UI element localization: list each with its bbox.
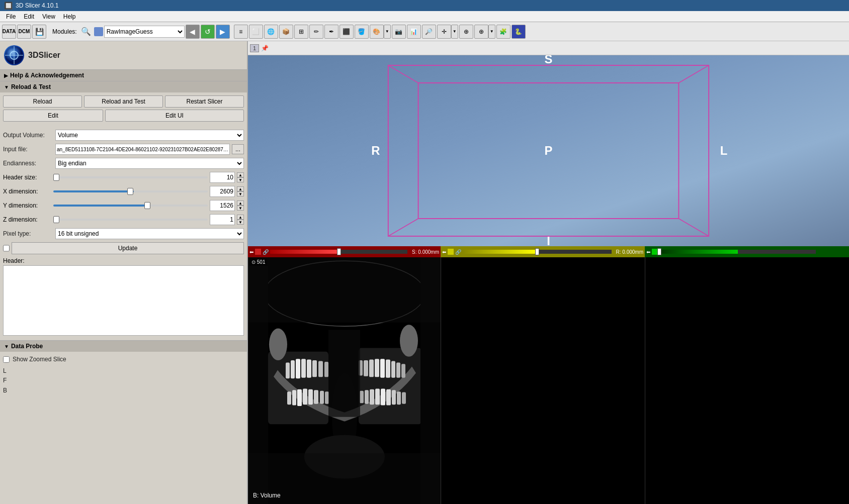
nav-left-btn[interactable]: ◀: [186, 25, 200, 39]
update-btn-row: Update: [3, 242, 244, 254]
x-dim-up[interactable]: ▲: [237, 186, 244, 191]
endianness-label: Endianness:: [3, 160, 53, 167]
x-dim-track[interactable]: [53, 190, 208, 192]
z-dim-down[interactable]: ▼: [237, 220, 244, 225]
browse-button[interactable]: ...: [232, 144, 244, 154]
header-size-input[interactable]: [210, 172, 235, 183]
slice-panels: ⊙ 501 1: [248, 257, 849, 504]
help-section-header[interactable]: ▶ Help & Acknowledgement: [0, 69, 247, 81]
view-bars-icon[interactable]: 📊: [407, 25, 421, 39]
z-dim-up[interactable]: ▲: [237, 215, 244, 220]
yellow-link-icon[interactable]: 🔗: [455, 249, 461, 255]
data-icon-btn[interactable]: DATA: [2, 25, 16, 39]
view-python-icon[interactable]: 🐍: [512, 25, 526, 39]
menu-file[interactable]: File: [2, 12, 20, 21]
view-box-icon[interactable]: 📦: [279, 25, 293, 39]
red-pin-icon[interactable]: ⬅: [249, 249, 253, 255]
view-ext2-dropdown[interactable]: ▼: [488, 25, 495, 39]
svg-text:I: I: [547, 234, 550, 246]
svg-rect-45: [314, 390, 318, 404]
nav-right-btn[interactable]: ▶: [216, 25, 230, 39]
x-dim-input[interactable]: [210, 186, 235, 197]
pixel-type-select[interactable]: 16 bit unsigned: [55, 228, 244, 239]
header-size-track[interactable]: [53, 176, 208, 178]
menu-view[interactable]: View: [38, 12, 59, 21]
y-dim-track[interactable]: [53, 205, 208, 207]
restart-slicer-button[interactable]: Restart Slicer: [165, 95, 244, 108]
red-color-swatch[interactable]: [255, 249, 261, 255]
x-dim-down[interactable]: ▼: [237, 191, 244, 196]
input-file-label: Input file:: [3, 146, 53, 153]
view-window-icon[interactable]: ⬛: [339, 25, 354, 39]
update-button[interactable]: Update: [12, 242, 244, 254]
yellow-pin-icon[interactable]: ⬅: [442, 249, 446, 255]
menu-help[interactable]: Help: [59, 12, 80, 21]
green-pin-icon[interactable]: ⬅: [646, 249, 650, 255]
view-grid-icon[interactable]: ⊞: [294, 25, 308, 39]
view-zoom-icon[interactable]: 🔎: [422, 25, 436, 39]
reload-test-section-header[interactable]: ▼ Reload & Test: [0, 81, 247, 92]
view-num[interactable]: 1: [250, 44, 259, 52]
svg-rect-34: [375, 359, 379, 377]
view-crosshair-icon[interactable]: ✛: [437, 25, 451, 39]
view-paint-icon[interactable]: 🪣: [355, 25, 369, 39]
module-search-icon[interactable]: 🔍: [80, 26, 92, 38]
header-size-down[interactable]: ▼: [237, 177, 244, 182]
output-volume-select[interactable]: Volume: [55, 130, 244, 141]
reload-and-test-button[interactable]: Reload and Test: [84, 95, 163, 108]
z-dim-track[interactable]: [53, 219, 208, 221]
3d-view[interactable]: S I R L P: [248, 55, 849, 246]
endianness-row: Endianness: Big endian: [3, 158, 244, 169]
y-dim-up[interactable]: ▲: [237, 200, 244, 206]
nav-reload-btn[interactable]: ↺: [201, 25, 215, 39]
header-size-up[interactable]: ▲: [237, 172, 244, 177]
show-zoomed-checkbox[interactable]: [3, 356, 10, 363]
header-size-label: Header size:: [3, 174, 53, 181]
svg-rect-27: [307, 360, 311, 378]
view-pen-icon[interactable]: ✏: [309, 25, 323, 39]
y-dim-down[interactable]: ▼: [237, 206, 244, 211]
edit-button[interactable]: Edit: [3, 110, 103, 122]
x-dim-spinner: ▲ ▼: [237, 186, 244, 196]
endianness-select[interactable]: Big endian: [55, 158, 244, 169]
update-checkbox[interactable]: [3, 242, 10, 254]
dental-xray-svg: [248, 257, 441, 504]
input-file-field[interactable]: [55, 144, 230, 155]
menu-bar: File Edit View Help: [0, 11, 849, 22]
edit-ui-button[interactable]: Edit UI: [105, 110, 244, 122]
view-capture-icon[interactable]: 📷: [392, 25, 406, 39]
view-pencil2-icon[interactable]: ✒: [324, 25, 338, 39]
yellow-slider[interactable]: [463, 250, 612, 254]
save-icon-btn[interactable]: 💾: [32, 25, 46, 39]
z-dim-input[interactable]: [210, 214, 235, 225]
view-paint2-icon[interactable]: 🎨: [370, 25, 384, 39]
red-slice-panel[interactable]: ⊙ 501 1: [248, 257, 441, 504]
reload-test-content: Reload Reload and Test Restart Slicer Ed…: [0, 92, 247, 127]
view-dropdown-icon[interactable]: ▼: [384, 25, 391, 39]
data-probe-header[interactable]: ▼ Data Probe: [0, 340, 247, 352]
view-sphere-icon[interactable]: 🌐: [264, 25, 278, 39]
view-ch-dropdown[interactable]: ▼: [451, 25, 458, 39]
red-slider[interactable]: [270, 250, 407, 254]
red-link-icon[interactable]: 🔗: [263, 249, 269, 255]
viewer-area: 1 📌: [248, 41, 849, 504]
green-slice-panel[interactable]: [645, 257, 849, 504]
yellow-slice-panel[interactable]: [441, 257, 645, 504]
yellow-color-swatch[interactable]: [448, 249, 454, 255]
viewer-pin-icon[interactable]: 📌: [261, 45, 269, 52]
svg-rect-49: [365, 390, 369, 404]
reload-button[interactable]: Reload: [3, 95, 82, 108]
header-textarea[interactable]: [3, 265, 244, 336]
view-3d-icon[interactable]: ⬜: [249, 25, 263, 39]
menu-edit[interactable]: Edit: [20, 12, 38, 21]
probe-line-B: B: [3, 386, 244, 395]
y-dim-input[interactable]: [210, 200, 235, 211]
dcm-icon-btn[interactable]: DCM: [17, 25, 31, 39]
view-list-icon[interactable]: ≡: [234, 25, 248, 39]
view-ext2-icon[interactable]: ⊕: [474, 25, 488, 39]
output-volume-label: Output Volume:: [3, 132, 53, 139]
view-puzzle-icon[interactable]: 🧩: [496, 25, 511, 39]
module-dropdown[interactable]: RawImageGuess: [104, 26, 185, 38]
view-ext-icon[interactable]: ⊕: [459, 25, 473, 39]
green-slider[interactable]: [659, 250, 816, 254]
